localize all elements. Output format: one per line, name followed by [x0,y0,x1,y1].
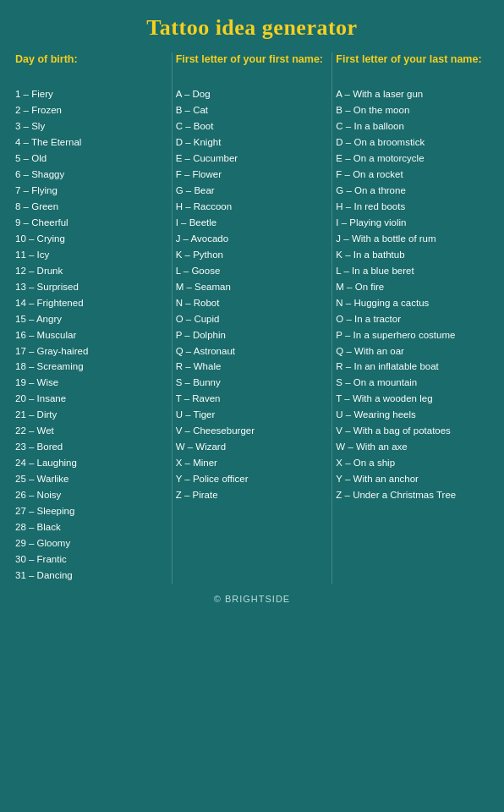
list-item: C – Boot [176,118,329,134]
list-item: 17 – Gray-haired [15,343,168,359]
list-item: Y – With an anchor [336,471,489,487]
list-item: X – Miner [176,455,329,471]
list-item: Z – Under a Christmas Tree [336,487,489,503]
list-item: 28 – Black [15,519,168,535]
list-item: U – Wearing heels [336,407,489,423]
list-item: D – Knight [176,134,329,151]
list-item: 19 – Wise [15,375,168,391]
list-item: Z – Pirate [176,487,329,503]
list-item: 11 – Icy [15,247,168,263]
list-item: O – In a tractor [336,311,489,327]
column-day-of-birth: Day of birth: 1 – Fiery2 – Frozen3 – Sly… [12,52,172,584]
list-item: 3 – Sly [15,118,168,134]
list-item: 26 – Noisy [15,487,168,503]
list-item: 29 – Gloomy [15,535,168,551]
list-item: 10 – Crying [15,231,168,247]
column-last-name: First letter of your last name: A – With… [332,52,492,503]
list-item: 18 – Screaming [15,359,168,375]
list-item: Y – Police officer [176,471,329,487]
list-item: T – Raven [176,391,329,407]
list-item: L – In a blue beret [336,263,489,279]
list-item: L – Goose [176,263,329,279]
list-item: 16 – Muscular [15,327,168,343]
list-item: 27 – Sleeping [15,503,168,519]
main-container: Tattoo idea generator Day of birth: 1 – … [0,0,504,616]
list-item: 25 – Warlike [15,471,168,487]
list-item: O – Cupid [176,311,329,327]
list-item: R – In an inflatable boat [336,359,489,375]
list-item: 30 – Frantic [15,551,168,568]
list-item: I – Beetle [176,215,329,231]
list-item: D – On a broomstick [336,134,489,151]
col-items-day: 1 – Fiery2 – Frozen3 – Sly4 – The Eterna… [15,86,168,584]
list-item: V – Cheeseburger [176,423,329,439]
list-item: H – In red boots [336,199,489,215]
col-header-lastname: First letter of your last name: [336,52,489,80]
list-item: C – In a balloon [336,118,489,134]
list-item: S – Bunny [176,375,329,391]
col-header-firstname: First letter of your first name: [176,52,329,80]
list-item: 7 – Flying [15,183,168,199]
list-item: Q – With an oar [336,343,489,359]
list-item: F – Flower [176,167,329,183]
list-item: 31 – Dancing [15,568,168,584]
list-item: 6 – Shaggy [15,167,168,183]
columns-wrapper: Day of birth: 1 – Fiery2 – Frozen3 – Sly… [12,52,492,584]
col-header-day: Day of birth: [15,52,168,80]
list-item: 22 – Wet [15,423,168,439]
footer-text: © BRIGHTSIDE [12,594,492,604]
list-item: K – Python [176,247,329,263]
list-item: 14 – Frightened [15,295,168,311]
list-item: T – With a wooden leg [336,391,489,407]
list-item: E – Cucumber [176,151,329,167]
list-item: N – Robot [176,295,329,311]
list-item: I – Playing violin [336,215,489,231]
list-item: P – Dolphin [176,327,329,343]
list-item: N – Hugging a cactus [336,295,489,311]
list-item: Q – Astronaut [176,343,329,359]
list-item: 13 – Surprised [15,279,168,295]
list-item: M – Seaman [176,279,329,295]
list-item: K – In a bathtub [336,247,489,263]
list-item: H – Raccoon [176,199,329,215]
list-item: 15 – Angry [15,311,168,327]
list-item: W – With an axe [336,439,489,455]
list-item: 24 – Laughing [15,455,168,471]
list-item: 2 – Frozen [15,102,168,118]
list-item: V – With a bag of potatoes [336,423,489,439]
column-first-name: First letter of your first name: A – Dog… [173,52,332,503]
list-item: M – On fire [336,279,489,295]
list-item: A – Dog [176,86,329,102]
page-title: Tattoo idea generator [12,15,492,41]
list-item: U – Tiger [176,407,329,423]
col-items-firstname: A – DogB – CatC – BootD – KnightE – Cucu… [176,86,329,503]
list-item: 5 – Old [15,151,168,167]
list-item: G – Bear [176,183,329,199]
list-item: 21 – Dirty [15,407,168,423]
list-item: A – With a laser gun [336,86,489,102]
list-item: R – Whale [176,359,329,375]
list-item: E – On a motorcycle [336,151,489,167]
list-item: B – On the moon [336,102,489,118]
list-item: J – Avocado [176,231,329,247]
list-item: 8 – Green [15,199,168,215]
list-item: 23 – Bored [15,439,168,455]
list-item: 9 – Cheerful [15,215,168,231]
list-item: S – On a mountain [336,375,489,391]
list-item: P – In a superhero costume [336,327,489,343]
list-item: B – Cat [176,102,329,118]
list-item: 12 – Drunk [15,263,168,279]
list-item: W – Wizard [176,439,329,455]
list-item: F – On a rocket [336,167,489,183]
list-item: 1 – Fiery [15,86,168,102]
list-item: X – On a ship [336,455,489,471]
list-item: G – On a throne [336,183,489,199]
col-items-lastname: A – With a laser gunB – On the moonC – I… [336,86,489,503]
list-item: 4 – The Eternal [15,134,168,151]
list-item: 20 – Insane [15,391,168,407]
list-item: J – With a bottle of rum [336,231,489,247]
